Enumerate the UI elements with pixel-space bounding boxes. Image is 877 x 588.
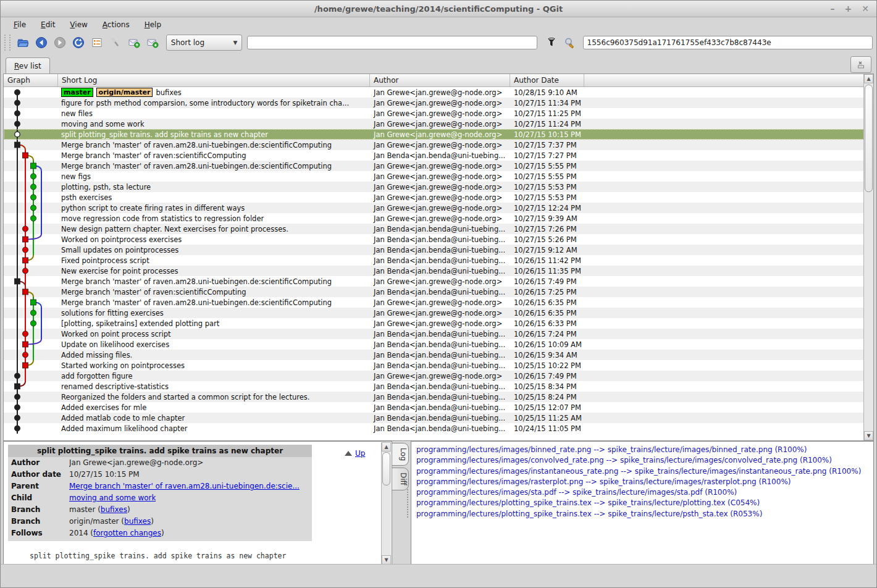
commit-row[interactable]: Merge branch 'master' of raven.am28.uni-… bbox=[4, 140, 864, 150]
menu-actions[interactable]: Actions bbox=[97, 19, 135, 31]
search-edit-button[interactable] bbox=[561, 34, 578, 51]
commit-row[interactable]: solutions for fitting exercisesJan Grewe… bbox=[4, 308, 864, 318]
scrollbar-thumb[interactable] bbox=[865, 85, 873, 192]
apply-patch-button[interactable] bbox=[144, 34, 161, 51]
short-log-cell: Update on likelihood exercises bbox=[58, 340, 370, 349]
view-list-button[interactable] bbox=[88, 34, 106, 51]
up-link-label[interactable]: Up bbox=[355, 449, 365, 458]
menu-view[interactable]: View bbox=[64, 19, 93, 31]
forward-button[interactable] bbox=[51, 34, 69, 51]
sha-input[interactable] bbox=[583, 36, 873, 49]
up-link[interactable]: Up bbox=[345, 449, 365, 458]
commit-row[interactable]: move regression code from statistics to … bbox=[4, 213, 864, 224]
commit-row[interactable]: New exercise for point processesJan Bend… bbox=[4, 266, 864, 276]
save-patch-button[interactable] bbox=[125, 34, 143, 51]
commit-row[interactable]: new figsJan Grewe<jan.grewe@g-node.org>1… bbox=[4, 171, 864, 182]
scroll-up-icon[interactable]: ▲ bbox=[864, 74, 873, 83]
diff-file-line[interactable]: programming/lectures/images/binned_rate.… bbox=[416, 445, 868, 455]
column-header-graph[interactable]: Graph bbox=[4, 74, 58, 86]
diff-file-line[interactable]: programming/lectures/plotting_spike_trai… bbox=[416, 509, 868, 519]
commit-row[interactable]: renamed descriptive-statisticsJan Benda<… bbox=[4, 381, 864, 392]
commit-row[interactable]: python script to create firing rates in … bbox=[4, 203, 864, 213]
back-button[interactable] bbox=[33, 34, 50, 51]
detail-scrollbar[interactable]: ▲ ▼ bbox=[381, 442, 391, 565]
commit-row[interactable]: Added missing files.Jan Benda<jan.benda@… bbox=[4, 350, 864, 360]
short-log-cell: add forgotten figure bbox=[58, 372, 370, 380]
detail-link[interactable]: forgotten changes bbox=[93, 529, 161, 537]
commit-row-selected[interactable]: split plotting_spike trains. add spike t… bbox=[4, 129, 864, 140]
scroll-up-icon[interactable]: ▲ bbox=[382, 442, 391, 452]
commit-row[interactable]: Merge branch 'master' of raven.am28.uni-… bbox=[4, 161, 864, 171]
commit-row[interactable]: figure for psth method comparsion, some … bbox=[4, 98, 864, 108]
tab-diff[interactable]: Diff bbox=[392, 468, 409, 490]
scroll-down-icon[interactable]: ▼ bbox=[382, 555, 391, 565]
commit-row[interactable]: Worked on pointprocess exercisesJan Bend… bbox=[4, 234, 864, 245]
commit-row[interactable]: Merge branch 'master' of raven:scientifi… bbox=[4, 287, 864, 297]
commit-row[interactable]: Merge branch 'master' of raven.am28.uni-… bbox=[4, 276, 864, 287]
commit-row[interactable]: Merge branch 'master' of raven.am28.uni-… bbox=[4, 297, 864, 308]
commit-row[interactable]: Small updates on pointprocessesJan Benda… bbox=[4, 245, 864, 255]
scrollbar-thumb[interactable] bbox=[382, 452, 390, 485]
column-header-short-log[interactable]: Short Log bbox=[58, 74, 370, 86]
view-mode-select[interactable]: Short log ▼ bbox=[166, 35, 243, 51]
commit-row[interactable]: Added matlab code to mle chapterJan Bend… bbox=[4, 413, 864, 423]
commit-row[interactable]: Reorganized the folders and started a co… bbox=[4, 392, 864, 402]
author-cell: Jan Benda<jan.benda@uni-tuebing... bbox=[370, 382, 510, 391]
toolbar-handle-icon[interactable] bbox=[4, 35, 10, 51]
commit-row[interactable]: new filesJan Grewe<jan.grewe@g-node.org>… bbox=[4, 108, 864, 119]
commit-graph bbox=[4, 150, 58, 161]
side-tab-strip: Log Diff bbox=[392, 441, 411, 566]
rev-list-scrollbar[interactable]: ▲ ▼ bbox=[863, 74, 873, 440]
date-cell: 10/27/15 5:55 PM bbox=[510, 172, 864, 181]
commit-row[interactable]: Started working on pointprocessesJan Ben… bbox=[4, 360, 864, 371]
open-folder-button[interactable] bbox=[14, 34, 31, 51]
commit-row[interactable]: Fixed pointprocess scriptJan Benda<jan.b… bbox=[4, 255, 864, 266]
diff-file-line[interactable]: programming/lectures/images/rasterplot.p… bbox=[416, 477, 868, 487]
menu-file[interactable]: File bbox=[8, 19, 31, 31]
author-cell: Jan Benda<jan.benda@uni-tuebing... bbox=[370, 424, 510, 433]
close-button[interactable]: ✕ bbox=[862, 4, 869, 13]
commit-row[interactable]: Added exercises for mleJan Benda<jan.ben… bbox=[4, 402, 864, 413]
menu-edit[interactable]: Edit bbox=[35, 19, 61, 31]
column-header-author[interactable]: Author bbox=[370, 74, 510, 86]
rev-list-table: GraphShort LogAuthorAuthor Date masteror… bbox=[3, 74, 874, 441]
tab-log[interactable]: Log bbox=[392, 443, 409, 466]
detail-link[interactable]: moving and some work bbox=[69, 494, 156, 502]
filter-input[interactable] bbox=[247, 36, 537, 49]
commit-graph bbox=[4, 413, 58, 423]
commit-row[interactable]: plotting, psth, sta lectureJan Grewe<jan… bbox=[4, 182, 864, 192]
author-cell: Jan Benda<jan.benda@uni-tuebing... bbox=[370, 288, 510, 296]
filter-button[interactable] bbox=[543, 34, 560, 51]
detail-link[interactable]: Merge branch 'master' of raven.am28.uni-… bbox=[69, 482, 300, 490]
save-patch-icon bbox=[128, 36, 140, 49]
commit-row[interactable]: Update on likelihood exercisesJan Benda<… bbox=[4, 339, 864, 350]
commit-row[interactable]: New design pattern chapter. Next exercis… bbox=[4, 224, 864, 234]
reload-button[interactable] bbox=[70, 34, 87, 51]
splitter-handle[interactable] bbox=[407, 489, 409, 518]
commit-row[interactable]: masterorigin/masterbufixesJan Grewe<jan.… bbox=[4, 87, 864, 98]
commit-row[interactable]: Added maximum likelihood chapterJan Bend… bbox=[4, 423, 864, 434]
tab-rev-list[interactable]: Rev list bbox=[6, 57, 50, 74]
commit-row[interactable]: [plotting, spiketrains] extended plottin… bbox=[4, 318, 864, 329]
diff-file-line[interactable]: programming/lectures/images/instantaneou… bbox=[416, 466, 868, 477]
detail-link[interactable]: bufixes bbox=[124, 517, 151, 526]
wand-button[interactable] bbox=[107, 34, 124, 51]
column-header-author-date[interactable]: Author Date bbox=[510, 74, 584, 86]
scroll-down-icon[interactable]: ▼ bbox=[864, 431, 873, 440]
menu-help[interactable]: Help bbox=[139, 19, 167, 31]
commit-graph bbox=[4, 171, 58, 182]
commit-row[interactable]: Worked on point process scriptJan Benda<… bbox=[4, 329, 864, 339]
detail-link[interactable]: bufixes bbox=[101, 505, 127, 514]
commit-row[interactable]: psth exercisesJan Grewe<jan.grewe@g-node… bbox=[4, 192, 864, 203]
diff-file-line[interactable]: programming/lectures/images/sta.pdf --> … bbox=[416, 487, 868, 498]
tab-corner-button[interactable] bbox=[850, 56, 871, 73]
maximize-button[interactable]: + bbox=[845, 4, 852, 13]
short-log-cell: Merge branch 'master' of raven.am28.uni-… bbox=[58, 298, 370, 307]
title-bar[interactable]: /home/grewe/teaching/2014/scientificComp… bbox=[1, 1, 876, 17]
diff-file-line[interactable]: programming/lectures/images/convolved_ra… bbox=[416, 455, 868, 466]
commit-row[interactable]: Merge branch 'master' of raven:scientifi… bbox=[4, 150, 864, 161]
commit-row[interactable]: add forgotten figureJan Grewe<jan.grewe@… bbox=[4, 371, 864, 381]
minimize-button[interactable]: – bbox=[831, 4, 835, 13]
diff-file-line[interactable]: programming/lectures/plotting_spike_trai… bbox=[416, 498, 868, 508]
commit-row[interactable]: moving and some workJan Grewe<jan.grewe@… bbox=[4, 119, 864, 129]
